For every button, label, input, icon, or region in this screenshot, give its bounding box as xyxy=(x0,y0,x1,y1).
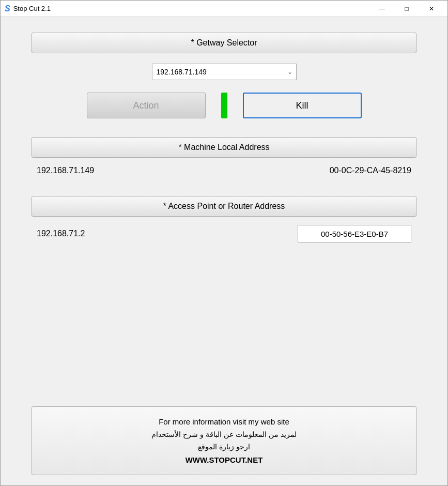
title-bar-controls: — □ ✕ xyxy=(370,1,443,17)
app-icon: S xyxy=(5,4,10,13)
action-row: Action Kill xyxy=(32,93,416,118)
access-section: * Access Point or Router Address 192.168… xyxy=(32,196,416,242)
footer-line2: لمزيد من المعلومات عن الباقة و شرح الأست… xyxy=(42,429,406,441)
action-button: Action xyxy=(87,93,206,118)
dropdown-row: 192.168.71.149 ⌄ xyxy=(152,64,297,80)
main-content: * Getway Selector 192.168.71.149 ⌄ Actio… xyxy=(1,17,447,485)
footer-line1: For more information visit my web site xyxy=(42,415,406,429)
app-window: S Stop Cut 2.1 — □ ✕ * Getway Selector 1… xyxy=(0,0,448,486)
machine-ip: 192.168.71.149 xyxy=(37,166,94,175)
machine-mac: 00-0C-29-CA-45-8219 xyxy=(330,166,411,175)
machine-header: * Machine Local Address xyxy=(32,137,416,158)
title-bar: S Stop Cut 2.1 — □ ✕ xyxy=(1,1,447,17)
dropdown-wrapper: 192.168.71.149 ⌄ xyxy=(152,64,297,80)
footer-url[interactable]: WWW.STOPCUT.NET xyxy=(42,453,406,467)
access-ip: 192.168.71.2 xyxy=(37,229,85,238)
minimize-button[interactable]: — xyxy=(370,1,394,17)
maximize-button[interactable]: □ xyxy=(395,1,419,17)
title-bar-left: S Stop Cut 2.1 xyxy=(5,4,51,13)
gateway-dropdown[interactable]: 192.168.71.149 xyxy=(152,64,297,80)
footer-box: For more information visit my web site ل… xyxy=(32,406,416,475)
access-header: * Access Point or Router Address xyxy=(32,196,416,217)
machine-info-row: 192.168.71.149 00-0C-29-CA-45-8219 xyxy=(32,166,416,175)
access-info-row: 192.168.71.2 xyxy=(32,225,416,242)
footer-line3: ارجو زيارة الموقع xyxy=(42,441,406,453)
machine-section: * Machine Local Address 192.168.71.149 0… xyxy=(32,137,416,188)
close-button[interactable]: ✕ xyxy=(420,1,443,17)
status-indicator xyxy=(221,93,227,118)
access-mac-input[interactable] xyxy=(298,225,411,242)
kill-button[interactable]: Kill xyxy=(243,93,362,118)
gateway-header: * Getway Selector xyxy=(32,33,416,53)
app-title: Stop Cut 2.1 xyxy=(13,5,51,12)
